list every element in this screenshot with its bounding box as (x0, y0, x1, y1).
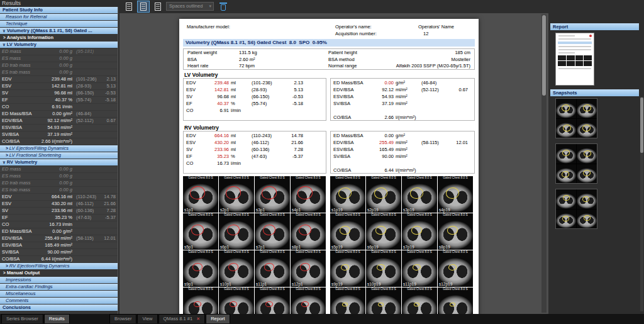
sidebar-param-row[interactable]: ED Mass/BSA0.00 g/m²(46-84) (0, 111, 118, 117)
sidebar-item-comments[interactable]: Comments (0, 298, 118, 304)
report-page-thumbnail[interactable] (555, 33, 594, 86)
sidebar-item-miscellaneous[interactable]: Miscellaneous (0, 291, 118, 297)
sidebar-param-row[interactable]: ESV430.20 ml(46-112)21.66 (0, 201, 118, 207)
mri-image-tile[interactable]: Gated Chest 8.0 Ss2p19 (366, 176, 401, 213)
mri-image-tile[interactable]: Gated Chest 8.0 Ss10p1 (219, 250, 254, 287)
metric-value: 239.48 (203, 79, 229, 86)
sidebar-item-technique[interactable]: Technique (0, 21, 118, 27)
sidebar-param-row[interactable]: ED mass0.00 g(95-181) (0, 48, 118, 55)
sidebar-param-row[interactable]: ES trab mass0.00 g (0, 187, 118, 193)
sidebar-param-row[interactable]: EDV/BSA255.49 ml/m²(58-115)12.01 (0, 235, 118, 242)
mri-image-tile[interactable]: Gated Chest 8.0 Ss5p1 (183, 213, 218, 250)
snapshot-thumbnail[interactable] (555, 143, 597, 184)
vertical-scrollbar[interactable] (541, 14, 547, 313)
mri-image-tile[interactable]: Gated Chest 8.0 Ss11p1 (255, 250, 290, 287)
mri-image-tile[interactable]: Gated Chest 8.0 Ss7p19 (402, 213, 437, 250)
sidebar-param-row[interactable]: EF35.23 %(47-63)-5.37 (0, 215, 118, 221)
sidebar-param-row[interactable]: ED Mass/BSA0.00 g/m² (0, 228, 118, 235)
snapshots-scrollbar[interactable] (640, 97, 643, 311)
mri-image-tile[interactable]: Gated Chest 8.0 Ss11p19 (402, 250, 437, 287)
sidebar-param-row[interactable]: CO/BSA2.66 l/(min*m²) (0, 138, 118, 145)
tab-qmass[interactable]: QMass 8.1 #1 ✕ (158, 314, 206, 323)
sidebar-param-row[interactable]: EF40.37 %(55-74)-5.18 (0, 97, 118, 103)
mri-image-tile[interactable]: Gated Chest 8.0 Ss4p19 (438, 176, 473, 213)
sidebar-param-row[interactable]: SV/BSA37.19 ml/m² (0, 131, 118, 138)
sidebar-param-row[interactable]: ES trab mass0.00 g (0, 69, 118, 75)
mri-image-tile[interactable]: Gated Chest 8.0 Ss15p1 (255, 288, 290, 314)
mri-image-tile[interactable]: Gated Chest 8.0 Ss1p19 (330, 176, 365, 213)
close-icon[interactable]: ✕ (196, 316, 200, 321)
snapshots-section-header[interactable]: Snapshots (550, 89, 639, 96)
mri-image-tile[interactable]: Gated Chest 8.0 Ss3p19 (402, 176, 437, 213)
sidebar-item-rv-ejection-filling-dynamics[interactable]: >RV Ejection/Filling Dynamics (0, 263, 118, 269)
spaces-dropdown[interactable]: Spaces outlined ▾ (166, 2, 214, 11)
sidebar-param-row[interactable]: ED trab mass0.00 g (0, 62, 118, 69)
mri-image-tile[interactable]: Gated Chest 8.0 Ss3p1 (255, 176, 290, 213)
scrollbar-thumb[interactable] (542, 15, 546, 96)
sidebar-param-row[interactable]: ED mass0.00 g (0, 166, 118, 172)
sidebar-param-row[interactable]: CO6.91 l/min (0, 104, 118, 110)
sidebar-item-lv-ejection-filling-dynamics[interactable]: >LV Ejection/Filling Dynamics (0, 145, 118, 152)
mri-image-tile[interactable]: Gated Chest 8.0 Ss13p1 (183, 288, 218, 314)
sidebar-item-lv-volumetry[interactable]: ∨LV Volumetry (0, 42, 118, 48)
tab-browser[interactable]: Browser (109, 314, 137, 323)
mri-image-tile[interactable]: Gated Chest 8.0 Ss2p1 (219, 176, 254, 213)
sidebar-param-row[interactable]: ES mass0.00 g (0, 55, 118, 62)
mri-image-tile[interactable]: Gated Chest 8.0 Ss10p19 (366, 250, 401, 287)
mri-image-tile[interactable]: Gated Chest 8.0 Ss12p1 (291, 250, 326, 287)
tab-series-browser[interactable]: Series Browser (1, 314, 43, 323)
report-section-header[interactable]: Report (550, 23, 639, 30)
mri-image-tile[interactable]: Gated Chest 8.0 Ss16p19 (438, 288, 473, 314)
sidebar-item-lv-fractional-shortening[interactable]: >LV Fractional Shortening (0, 152, 118, 159)
tab-report[interactable]: Report (206, 314, 230, 323)
mri-image-tile[interactable]: Gated Chest 8.0 Ss15p19 (402, 288, 437, 314)
mri-image-tile[interactable]: Gated Chest 8.0 Ss1p1 (183, 176, 218, 213)
mri-image-tile[interactable]: Gated Chest 8.0 Ss8p1 (291, 213, 326, 250)
sidebar-param-row[interactable]: CO/BSA6.44 l/(min*m²) (0, 256, 118, 262)
sidebar-item-manual-output[interactable]: >Manual Output (0, 270, 118, 276)
sidebar-item-reason-for-referral[interactable]: Reason for Referral (0, 14, 118, 20)
sidebar-param-row[interactable]: SV233.96 ml(60-136)7.28 (0, 208, 118, 214)
mri-image-tile[interactable]: Gated Chest 8.0 Ss6p19 (366, 213, 401, 250)
mri-image-tile[interactable]: Gated Chest 8.0 Ss9p1 (183, 250, 218, 287)
mri-image-tile[interactable]: Gated Chest 8.0 Ss9p19 (330, 250, 365, 287)
mri-image-tile[interactable]: Gated Chest 8.0 Ss16p1 (291, 288, 326, 314)
mri-image-tile[interactable]: Gated Chest 8.0 Ss7p1 (255, 213, 290, 250)
sidebar-item-impressions[interactable]: Impressions (0, 277, 118, 283)
sidebar-param-row[interactable]: EDV239.48 ml(101-236)2.13 (0, 76, 118, 82)
sidebar-param-row[interactable]: ED trab mass0.00 g (0, 180, 118, 186)
mri-image-tile[interactable]: Gated Chest 8.0 Ss5p19 (330, 213, 365, 250)
print-button[interactable] (138, 1, 149, 12)
snapshot-thumbnail[interactable] (555, 98, 597, 138)
sidebar-param-row[interactable]: EDV664.16 ml(110-243)14.78 (0, 194, 118, 200)
sidebar-param-row[interactable]: SV/BSA90.00 ml/m² (0, 249, 118, 255)
snapshot-thumbnail[interactable] (555, 189, 597, 229)
mri-image-tile[interactable]: Gated Chest 8.0 Ss6p1 (219, 213, 254, 250)
sidebar-param-row[interactable]: CO16.73 l/min (0, 221, 118, 228)
page-layout-button[interactable] (123, 1, 135, 12)
mri-image-tile[interactable]: Gated Chest 8.0 Ss13p19 (330, 288, 365, 314)
scrollbar-thumb[interactable] (640, 98, 643, 153)
mri-image-tile[interactable]: Gated Chest 8.0 Ss14p1 (219, 288, 254, 314)
delete-button[interactable] (219, 1, 228, 12)
sidebar-item-volumetry-qmass-8-1-1-s6-gated[interactable]: ∨Volumetry (QMass 8.1 #1, S6) Gated ... (0, 28, 118, 34)
sidebar-param-row[interactable]: ESV/BSA54.93 ml/m² (0, 125, 118, 131)
tab-results[interactable]: Results (44, 314, 70, 323)
mri-image-tile[interactable]: Gated Chest 8.0 Ss8p19 (438, 213, 473, 250)
param-zscore: -5.37 (99, 215, 116, 221)
sidebar-item-conclusions[interactable]: Conclusions (0, 304, 118, 311)
mri-image-tile[interactable]: Gated Chest 8.0 Ss4p1 (291, 176, 326, 213)
sidebar-param-row[interactable]: EDV/BSA92.12 ml/m²(52-112)0.67 (0, 118, 118, 124)
sidebar-param-row[interactable]: ESV142.81 ml(28-93)5.13 (0, 83, 118, 89)
report-text-button[interactable] (152, 1, 164, 12)
tab-view[interactable]: View (137, 314, 157, 323)
mri-image-tile[interactable]: Gated Chest 8.0 Ss12p19 (438, 250, 473, 287)
sidebar-item-patient-study-info[interactable]: Patient Study Info (0, 7, 118, 13)
sidebar-item-analysis-information[interactable]: >Analysis Information (0, 35, 118, 41)
sidebar-param-row[interactable]: SV96.68 ml(66-150)-0.53 (0, 90, 118, 96)
mri-image-tile[interactable]: Gated Chest 8.0 Ss14p19 (366, 288, 401, 314)
sidebar-item-rv-volumetry[interactable]: ∨RV Volumetry (0, 159, 118, 165)
sidebar-param-row[interactable]: ES mass0.00 g (0, 173, 118, 179)
sidebar-param-row[interactable]: ESV/BSA165.49 ml/m² (0, 242, 118, 249)
sidebar-item-extra-cardiac-findings[interactable]: Extra-cardiac Findings (0, 284, 118, 290)
